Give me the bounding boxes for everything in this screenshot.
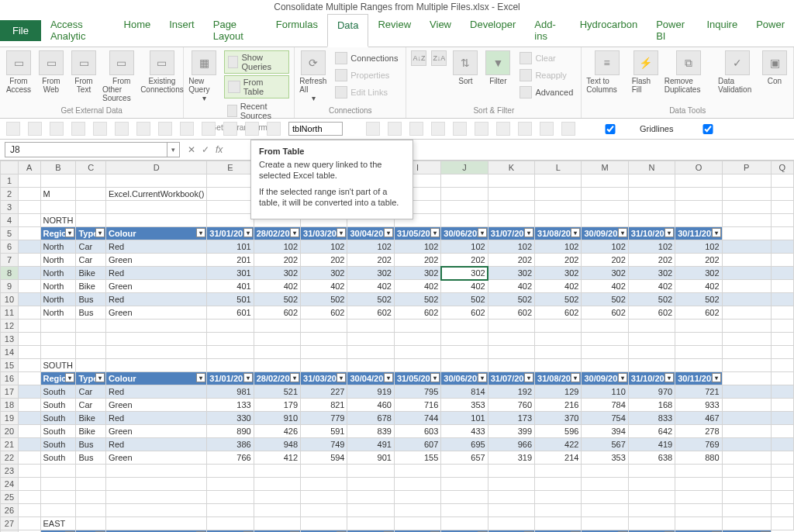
cell[interactable]: 278 (675, 425, 722, 438)
cell[interactable]: 602 (441, 306, 488, 320)
cell[interactable] (488, 214, 534, 227)
cell[interactable] (771, 188, 793, 201)
cell[interactable]: M (40, 188, 76, 201)
cell[interactable]: 402 (441, 280, 488, 293)
qat-icon[interactable] (267, 122, 281, 136)
cell[interactable] (347, 320, 394, 333)
cell[interactable] (582, 478, 628, 491)
cell[interactable]: 744 (394, 412, 440, 425)
cell[interactable]: 721 (675, 385, 722, 399)
cell[interactable] (40, 504, 76, 517)
cell[interactable]: Bus (76, 451, 106, 465)
cell[interactable] (106, 517, 207, 530)
cell[interactable] (254, 359, 300, 372)
cell[interactable]: Excel.CurrentWorkbook() (106, 188, 207, 201)
cell[interactable] (771, 346, 793, 359)
cell[interactable] (771, 320, 793, 333)
cell[interactable] (301, 465, 347, 478)
cell[interactable] (488, 346, 534, 359)
cell[interactable] (441, 491, 488, 504)
from-other-sources-button[interactable]: ▭FromOther Sources (102, 50, 141, 102)
cell[interactable] (628, 478, 675, 491)
cell[interactable] (18, 385, 40, 399)
cell[interactable] (771, 359, 793, 372)
row-header[interactable]: 1 (1, 174, 19, 188)
cell[interactable] (394, 465, 440, 478)
qat-icon[interactable] (202, 122, 216, 136)
cell[interactable]: 301 (207, 267, 254, 280)
filter-icon[interactable]: ▾ (95, 373, 105, 382)
cell[interactable] (535, 320, 582, 333)
cell[interactable]: North (40, 254, 76, 267)
cell[interactable] (771, 214, 793, 227)
cell[interactable] (106, 491, 207, 504)
cell[interactable] (18, 280, 40, 293)
cell[interactable] (207, 346, 254, 359)
tab-power-bi[interactable]: Power BI (647, 14, 697, 47)
qat-icon[interactable] (50, 122, 64, 136)
sort-button[interactable]: ⇅Sort (451, 50, 479, 85)
cell[interactable]: Car (76, 240, 106, 254)
cell[interactable] (675, 174, 722, 188)
cell[interactable] (628, 491, 675, 504)
tab-hydrocarbon[interactable]: Hydrocarbon (571, 14, 647, 47)
qat-icon[interactable] (540, 122, 554, 136)
cell[interactable]: 890 (207, 425, 254, 438)
cell[interactable]: 596 (535, 425, 582, 438)
cell[interactable] (628, 201, 675, 214)
filter-icon[interactable]: ▾ (337, 373, 346, 382)
cell[interactable] (722, 201, 771, 214)
cell[interactable]: EAST (40, 517, 76, 530)
cell[interactable] (771, 293, 793, 306)
cell[interactable] (771, 491, 793, 504)
cell[interactable] (18, 491, 40, 504)
cell[interactable]: 353 (441, 399, 488, 412)
cell[interactable] (535, 174, 582, 188)
cell[interactable] (18, 359, 40, 372)
table-header-cell[interactable]: 28/02/201▾ (254, 227, 300, 240)
cell[interactable] (394, 346, 440, 359)
filter-icon[interactable]: ▾ (712, 228, 721, 237)
cell[interactable] (76, 346, 106, 359)
cell[interactable]: 901 (347, 451, 394, 465)
cell[interactable]: 638 (628, 451, 675, 465)
cell[interactable] (207, 201, 254, 214)
cell[interactable] (207, 320, 254, 333)
cell[interactable] (675, 465, 722, 478)
cell[interactable]: North (40, 293, 76, 306)
table-header-cell[interactable]: Region▾ (40, 372, 76, 385)
cell[interactable] (394, 504, 440, 517)
qat-icon[interactable] (366, 122, 380, 136)
cell[interactable] (582, 517, 628, 530)
cell[interactable] (722, 333, 771, 346)
cell[interactable] (301, 478, 347, 491)
table-header-cell[interactable]: 30/04/201▾ (347, 227, 394, 240)
qat-icon[interactable] (453, 122, 467, 136)
cell[interactable] (675, 491, 722, 504)
cell[interactable] (207, 491, 254, 504)
filter-icon[interactable]: ▾ (618, 228, 627, 237)
cell[interactable] (722, 214, 771, 227)
cell[interactable]: 302 (254, 267, 300, 280)
cell[interactable]: 401 (207, 280, 254, 293)
table-header-cell[interactable]: 31/07/201▾ (488, 372, 534, 385)
col-header[interactable]: L (535, 161, 582, 174)
cell[interactable]: 402 (254, 280, 300, 293)
row-header[interactable]: 15 (1, 359, 19, 372)
cell[interactable] (207, 517, 254, 530)
table-header-cell[interactable]: Type▾ (76, 227, 106, 240)
col-header[interactable]: Q (771, 161, 793, 174)
cell[interactable]: SOUTH (40, 359, 76, 372)
cell[interactable] (441, 465, 488, 478)
cell[interactable] (76, 174, 106, 188)
cell[interactable] (347, 517, 394, 530)
cell[interactable]: 502 (535, 293, 582, 306)
cell[interactable] (722, 188, 771, 201)
cell[interactable] (40, 201, 76, 214)
cell[interactable]: 402 (628, 280, 675, 293)
table-header-cell[interactable]: 28/02/201▾ (254, 372, 300, 385)
row-header[interactable]: 7 (1, 254, 19, 267)
filter-icon[interactable]: ▾ (243, 228, 253, 237)
row-header[interactable]: 13 (1, 333, 19, 346)
cell[interactable] (771, 333, 793, 346)
